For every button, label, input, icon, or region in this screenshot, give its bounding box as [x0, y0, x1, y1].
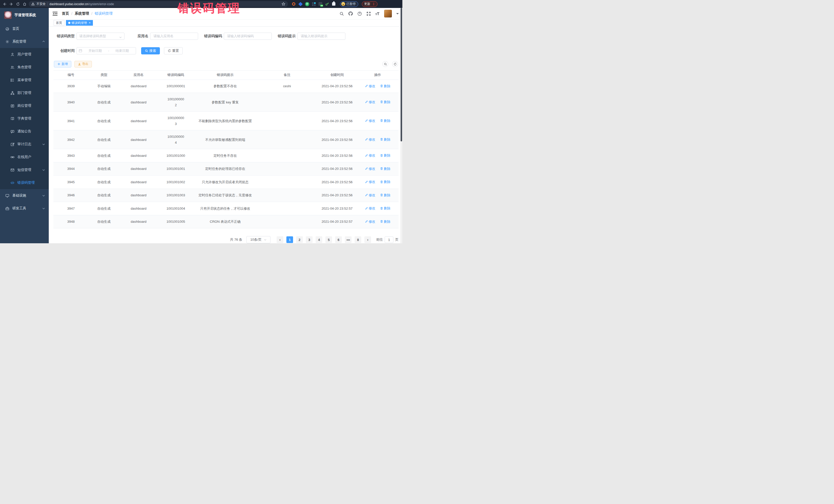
page-button-6[interactable]: 6 [335, 236, 342, 243]
table-row[interactable]: 3945自动生成dashboard1001001002只允许修改为开启或者关闭状… [53, 176, 398, 189]
delete-link[interactable]: 删除 [380, 166, 391, 172]
table-row[interactable]: 3942自动生成dashboard100100000 4不允许获取敏感配置到前端… [53, 130, 398, 149]
sidebar-item-sms[interactable]: 短信管理 [0, 163, 49, 176]
fullscreen-icon[interactable] [366, 11, 371, 16]
add-button[interactable]: 新增 [54, 61, 71, 67]
sidebar-item-system[interactable]: 系统管理 [0, 35, 49, 48]
table-row[interactable]: 3943自动生成dashboard1001001000定时任务不存在2021-0… [53, 149, 398, 162]
date-range-picker[interactable]: 开始日期 - 结束日期 [76, 47, 136, 54]
address-bar[interactable]: 不安全 dashboard.yudao.iocoder.cn/system/er… [29, 1, 288, 7]
sidebar-item-devtool[interactable]: 研发工具 [0, 202, 49, 215]
sidebar-item-post[interactable]: 岗位管理 [0, 99, 49, 112]
breadcrumb-item[interactable]: 系统管理 [75, 11, 89, 16]
pagination-more-button[interactable]: ••• [345, 236, 352, 243]
delete-link[interactable]: 删除 [380, 219, 391, 224]
delete-link[interactable]: 删除 [380, 205, 391, 211]
sidebar-item-online-user[interactable]: 在线用户 [0, 151, 49, 163]
delete-link[interactable]: 删除 [380, 99, 391, 105]
sidebar-item-infra[interactable]: 基础设施 [0, 189, 49, 202]
error-code-input[interactable] [226, 34, 269, 38]
table-row[interactable]: 3944自动生成dashboard1001001001定时任务的处理器已经存在2… [53, 162, 398, 176]
tag-close-icon[interactable]: × [89, 21, 91, 24]
sidebar-item-dept[interactable]: 部门管理 [0, 86, 49, 99]
prev-page-button[interactable]: ‹ [277, 236, 283, 243]
browser-menu-icon[interactable]: ⋮ [372, 3, 375, 5]
search-icon[interactable] [339, 11, 344, 16]
sidebar-item-menu[interactable]: 菜单管理 [0, 74, 49, 86]
tag-item[interactable]: 首页 [53, 20, 64, 26]
home-icon[interactable] [22, 2, 27, 7]
key-extension-icon[interactable] [325, 2, 329, 6]
avatar[interactable] [384, 10, 392, 18]
font-size-icon[interactable] [375, 11, 380, 16]
table-row[interactable]: 3939手动编辑dashboard1001000001参数配置不存在ceshi2… [53, 80, 398, 93]
edit-link[interactable]: 修改 [365, 205, 375, 211]
edit-link[interactable]: 修改 [365, 99, 375, 105]
sidebar-item-role[interactable]: 角色管理 [0, 61, 49, 74]
delete-link[interactable]: 删除 [380, 192, 391, 198]
puzzle-extension-icon[interactable] [332, 2, 336, 6]
app-name-input[interactable] [153, 34, 195, 38]
delete-link[interactable]: 删除 [380, 179, 391, 185]
sidebar-item-notice[interactable]: 通知公告 [0, 125, 49, 138]
forward-icon[interactable] [9, 2, 14, 7]
page-scrollbar[interactable] [400, 8, 402, 243]
error-type-select[interactable]: 请选择错误码类型 [76, 32, 125, 40]
browser-update-button[interactable]: 更新 ⋮ [362, 1, 377, 7]
sidebar-item-user[interactable]: 用户管理 [0, 48, 49, 61]
error-msg-input[interactable] [300, 34, 343, 38]
chevron-down-icon[interactable] [396, 13, 399, 16]
profile-paused-badge[interactable]: 已暂停 [340, 1, 358, 7]
on-badge-extension-icon[interactable] [318, 2, 323, 6]
delete-link[interactable]: 删除 [380, 136, 391, 143]
scrollbar-thumb[interactable] [400, 8, 402, 141]
goto-page-input[interactable] [385, 236, 393, 243]
edit-link[interactable]: 修改 [365, 83, 375, 89]
sidebar-item-error-code[interactable]: 错误码管理 [0, 176, 49, 189]
breadcrumb-item[interactable]: 错误码管理 [95, 11, 113, 16]
bookmark-star-icon[interactable] [282, 2, 285, 6]
reset-button[interactable]: 重置 [164, 47, 183, 54]
page-size-select[interactable]: 10条/页 [246, 236, 270, 243]
page-button-5[interactable]: 5 [325, 236, 332, 243]
delete-link[interactable]: 删除 [380, 83, 391, 89]
page-button-8[interactable]: 8 [355, 236, 361, 243]
orange-ring-extension-icon[interactable] [291, 2, 296, 6]
squares-extension-icon[interactable] [311, 2, 316, 6]
export-button[interactable]: 导出 [74, 61, 92, 67]
sidebar-item-dict[interactable]: 字典管理 [0, 112, 49, 125]
next-page-button[interactable]: › [365, 236, 371, 243]
breadcrumb-item[interactable]: 首页 [62, 11, 69, 16]
blue-gem-extension-icon[interactable] [298, 2, 303, 6]
delete-link[interactable]: 删除 [380, 118, 391, 124]
table-row[interactable]: 3946自动生成dashboard1001001003定时任务已经处于该状态，无… [53, 189, 398, 202]
table-row[interactable]: 3940自动生成dashboard100100000 2参数配置 key 重复2… [53, 93, 398, 112]
app-logo[interactable]: 芋道管理系统 [0, 8, 49, 22]
page-button-4[interactable]: 4 [316, 236, 322, 243]
hamburger-icon[interactable] [52, 11, 58, 16]
edit-link[interactable]: 修改 [365, 166, 375, 172]
search-circle-icon[interactable] [382, 61, 388, 67]
delete-link[interactable]: 删除 [380, 152, 391, 158]
edit-link[interactable]: 修改 [365, 152, 375, 158]
edit-link[interactable]: 修改 [365, 118, 375, 124]
back-icon[interactable] [2, 2, 7, 7]
edit-link[interactable]: 修改 [365, 192, 375, 198]
security-label[interactable]: 不安全 [37, 2, 46, 6]
github-icon[interactable] [348, 11, 353, 16]
page-button-2[interactable]: 2 [296, 236, 303, 243]
reload-icon[interactable] [15, 2, 21, 7]
search-button[interactable]: 搜索 [141, 47, 160, 54]
edit-link[interactable]: 修改 [365, 219, 375, 224]
help-icon[interactable] [357, 11, 362, 16]
page-button-1[interactable]: 1 [286, 236, 293, 243]
tag-active[interactable]: 错误码管理× [66, 20, 93, 26]
url-text[interactable]: dashboard.yudao.iocoder.cn/system/error-… [49, 2, 114, 6]
table-row[interactable]: 3941自动生成dashboard100100000 3不能删除类型为系统内置的… [53, 112, 398, 130]
refresh-circle-icon[interactable] [392, 61, 398, 67]
edit-link[interactable]: 修改 [365, 136, 375, 143]
page-button-3[interactable]: 3 [306, 236, 312, 243]
sidebar-item-home[interactable]: 首页 [0, 22, 49, 35]
sidebar-item-audit-log[interactable]: 审计日志 [0, 138, 49, 151]
table-row[interactable]: 3948自动生成dashboard1001001005CRON 表达式不正确20… [53, 215, 398, 228]
